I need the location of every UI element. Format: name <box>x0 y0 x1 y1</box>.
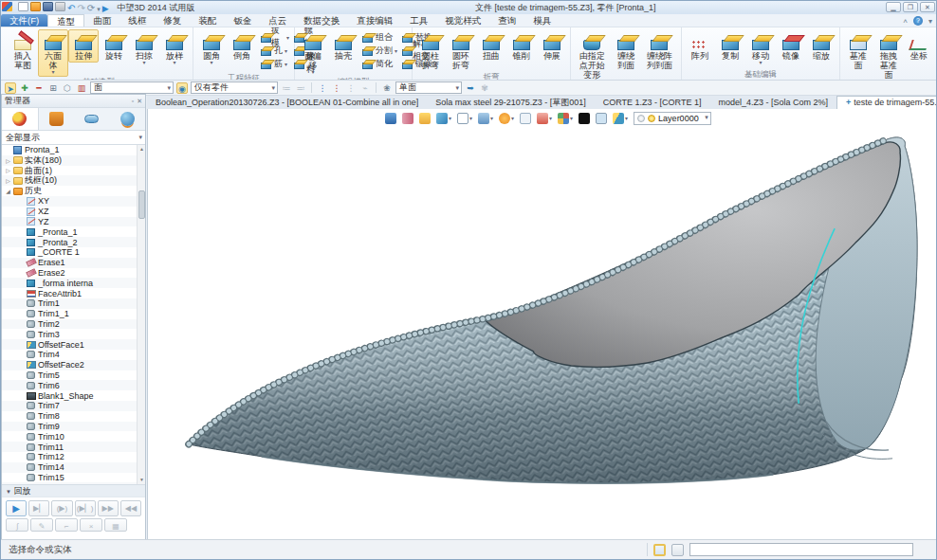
pick-box-icon[interactable]: ⊞ <box>47 82 59 94</box>
chevron-down-icon[interactable]: ▾ <box>285 61 287 67</box>
minimize-button[interactable]: ▁ <box>886 2 901 12</box>
replay-snapshot-button[interactable]: ▦ <box>104 518 127 532</box>
chamfer-button[interactable]: 倒角 <box>227 29 257 63</box>
taper-button[interactable]: 锥削 <box>506 29 537 63</box>
tree-item[interactable]: OffsetFace1 <box>2 339 137 350</box>
align-view-button[interactable]: ▾ <box>537 113 552 124</box>
replay-sketch-button[interactable]: ✎ <box>30 518 53 532</box>
tree-item[interactable]: _Pronta_2 <box>2 237 137 247</box>
tree-item[interactable]: Trim12 <box>2 452 137 462</box>
shell-button[interactable]: 抽壳 <box>328 29 358 63</box>
coordinate-button[interactable]: 坐标 <box>904 29 934 63</box>
replay-delete-button[interactable]: × <box>80 518 102 532</box>
history-manager-tab[interactable] <box>2 108 39 130</box>
chevron-down-icon[interactable]: ▾ <box>469 115 472 121</box>
inquire-button[interactable] <box>385 113 396 124</box>
chevron-down-icon[interactable]: ▾ <box>173 61 175 65</box>
tree-item[interactable]: Trim8 <box>2 411 137 422</box>
loft-button[interactable]: 放样▾ <box>159 29 190 67</box>
sort-filter1-icon[interactable]: ⋮ <box>317 82 328 94</box>
shoe-3d-model[interactable] <box>148 109 937 541</box>
tree-item[interactable]: Trim16 <box>2 482 137 484</box>
filter-option1-icon[interactable]: ≔ <box>281 82 292 94</box>
tab-pin-icon[interactable]: + <box>846 97 851 109</box>
extrude-button[interactable]: 拉伸 <box>68 29 99 63</box>
background-color-button[interactable] <box>579 113 590 124</box>
menu-item-14[interactable]: 模具 <box>524 14 560 27</box>
tree-expander-icon[interactable]: ◢ <box>4 188 12 194</box>
tree-item[interactable]: _CORTE 1 <box>2 247 137 258</box>
mirror-button[interactable]: 镜像 <box>776 29 806 63</box>
save-icon[interactable] <box>43 2 53 11</box>
doc-tab-3[interactable]: CORTE 1.Z3 - [CORTE 1] <box>595 97 710 109</box>
tree-filter-select[interactable]: 全部显示 <box>2 131 145 145</box>
zoom-window-button[interactable]: ▾ <box>499 113 514 124</box>
tree-expander-icon[interactable]: ▷ <box>4 157 12 164</box>
help-icon[interactable]: ? <box>913 16 923 26</box>
layer-visibility-icon[interactable] <box>637 115 645 122</box>
tree-item[interactable]: ▷线框(10) <box>2 175 137 186</box>
paste-button[interactable] <box>419 113 431 124</box>
input-mode-icon[interactable] <box>653 544 666 556</box>
history-dropdown-icon[interactable]: ▾ <box>97 5 101 14</box>
menu-item-6[interactable]: 装配 <box>190 14 225 27</box>
filter-scope-icon[interactable]: ◉ <box>176 82 188 94</box>
chevron-down-icon[interactable]: ▾ <box>285 47 287 54</box>
copy-button[interactable]: 复制 <box>715 29 745 63</box>
pick-history-icon[interactable]: ❀ <box>381 82 393 94</box>
tree-item[interactable]: Trim1_1 <box>2 309 137 319</box>
datum-plane-button[interactable]: 基准面 <box>843 29 873 72</box>
replay-fast-forward-button[interactable]: ▶▶ <box>98 500 119 516</box>
drag-datum-button[interactable]: 拖拽基准面 <box>873 29 904 81</box>
chevron-down-icon[interactable]: ▾ <box>570 115 573 121</box>
tree-item[interactable]: _Pronta_1 <box>2 226 137 237</box>
tree-item[interactable]: Trim7 <box>2 401 137 411</box>
chevron-down-icon[interactable]: ▾ <box>395 47 397 54</box>
sort-filter3-icon[interactable]: ⋮ <box>345 82 357 94</box>
menu-item-8[interactable]: 点云 <box>260 14 295 27</box>
wireframe-display-button[interactable]: ▾ <box>457 113 472 124</box>
view-manager-tab[interactable] <box>110 108 146 130</box>
erase-button[interactable] <box>402 113 413 124</box>
scroll-up-icon[interactable]: ▲ <box>138 145 145 154</box>
tree-item[interactable]: Trim9 <box>2 422 137 432</box>
doc-tab-2[interactable]: Sola max steel 29-21075.Z3 - [草图001] <box>427 97 595 109</box>
tree-item[interactable]: ▷曲面(1) <box>2 166 137 176</box>
highlight-swatch-button[interactable] <box>596 113 607 124</box>
tree-item[interactable]: XZ <box>2 207 137 217</box>
tree-item[interactable]: Trim4 <box>2 350 137 360</box>
add-selection-icon[interactable]: ✚ <box>19 82 30 94</box>
sweep-button[interactable]: 扫掠▾ <box>129 29 159 67</box>
tree-item[interactable]: Trim2 <box>2 319 137 330</box>
tree-item[interactable]: Trim6 <box>2 380 137 390</box>
move-button[interactable]: 移动▾ <box>745 29 776 67</box>
menu-item-12[interactable]: 视觉样式 <box>436 14 489 27</box>
undo-icon[interactable]: ↶ <box>67 4 75 13</box>
entity-filter-select[interactable]: 面 <box>90 81 174 94</box>
combine-button[interactable]: 组合 <box>360 30 397 44</box>
visual-manager-tab[interactable] <box>74 108 110 130</box>
tree-item[interactable]: Erase1 <box>2 258 137 268</box>
part-filter-select[interactable]: 仅有零件 <box>191 81 278 94</box>
multi-view-button[interactable]: ▾ <box>558 113 573 124</box>
pick-last-icon[interactable]: ➥ <box>465 82 476 94</box>
chevron-down-icon[interactable]: ▾ <box>142 61 145 65</box>
tree-item[interactable]: ◢历史 <box>2 186 137 196</box>
chevron-down-icon[interactable]: ▾ <box>625 115 628 121</box>
chevron-down-icon[interactable]: ▾ <box>449 115 451 121</box>
tree-item[interactable]: Erase2 <box>2 268 137 279</box>
scroll-down-icon[interactable]: ▼ <box>138 476 145 484</box>
doc-tab-5[interactable]: +teste de trimagem-55.Z3 - [Pronta_1]✕ <box>836 96 937 109</box>
tree-item[interactable]: Pronta_1 <box>2 145 137 155</box>
filter-option2-icon[interactable]: ≕ <box>295 82 306 94</box>
wrap-pattern-to-face-button[interactable]: 缠绕阵列到面 <box>641 29 678 72</box>
prompt-panel-icon[interactable] <box>671 544 684 556</box>
color-filter-icon[interactable]: ▥ <box>76 82 87 94</box>
new-file-icon[interactable] <box>18 2 28 11</box>
tree-item[interactable]: Blank1_Shape <box>2 390 137 401</box>
tree-item[interactable]: _forma interna <box>2 278 137 288</box>
scrollbar-thumb[interactable] <box>138 190 145 219</box>
doc-tab-4[interactable]: model_4.Z3 - [Sola Com 2%] <box>709 97 836 109</box>
tree-item[interactable]: ▷实体(180) <box>2 155 137 166</box>
restore-button[interactable]: ❐ <box>903 2 918 12</box>
